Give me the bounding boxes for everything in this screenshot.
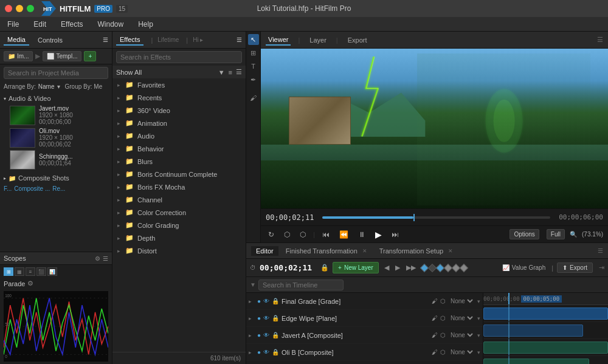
track-2-blend-select[interactable]: None <box>448 314 475 322</box>
track-3-record-icon[interactable]: ● <box>257 332 261 338</box>
tab-transformation-setup[interactable]: Transformation Setup ✕ <box>375 246 458 256</box>
track-clip-1[interactable] <box>483 307 608 320</box>
track-1-lock-icon[interactable]: 🔒 <box>272 298 279 304</box>
playhead-handle[interactable] <box>413 214 415 221</box>
track-1-record-icon[interactable]: ● <box>257 298 261 304</box>
track-clip-4[interactable] <box>483 359 589 364</box>
traffic-lights[interactable] <box>5 5 34 12</box>
track-4-lock-icon[interactable]: 🔒 <box>272 349 279 355</box>
scopes-menu-icon[interactable]: ☰ <box>103 255 108 262</box>
tab-media[interactable]: Media <box>4 35 29 46</box>
effect-item-favorites[interactable]: ▸ 📁 Favorites <box>112 78 246 91</box>
out-point-icon[interactable]: ⬡ <box>297 229 308 240</box>
effect-item-blurs[interactable]: ▸ 📁 Blurs <box>112 155 246 168</box>
track-4-expand-icon[interactable]: ▸ <box>249 349 255 355</box>
bottom-composite[interactable]: Composite ... <box>14 185 50 192</box>
effects-search-input[interactable] <box>116 51 242 63</box>
track-1-dropdown-icon[interactable]: ▾ <box>477 298 480 304</box>
in-point-icon[interactable]: ⬡ <box>282 229 292 240</box>
close-finished-transformation[interactable]: ✕ <box>362 248 367 254</box>
nav-back-icon[interactable]: ◀ <box>382 263 391 272</box>
transform-tool-icon[interactable]: ⊞ <box>248 47 259 58</box>
menu-help[interactable]: Help <box>136 19 156 30</box>
track-3-blend-select[interactable]: None <box>448 331 475 339</box>
options-button[interactable]: Options <box>510 229 539 239</box>
tab-viewer[interactable]: Viewer <box>266 35 291 46</box>
track-clip-3[interactable] <box>483 342 608 354</box>
media-item-javert[interactable]: Javert.mov 1920 × 1080 00;00;06;00 <box>0 104 112 126</box>
value-graph-button[interactable]: 📈 Value Graph <box>502 264 545 271</box>
tab-editor[interactable]: Editor <box>251 246 278 256</box>
track-4-dropdown-icon[interactable]: ▾ <box>477 349 480 355</box>
timeline-search-input[interactable] <box>258 280 344 290</box>
arrange-dropdown-icon[interactable]: ▾ <box>57 83 60 90</box>
play-pause-icon[interactable]: ⏸ <box>356 229 368 240</box>
track-2-record-icon[interactable]: ● <box>257 315 261 321</box>
loop-icon[interactable]: ↻ <box>266 229 277 240</box>
text-tool-icon[interactable]: T <box>248 61 259 72</box>
tab-finished-transformation[interactable]: Finished Transformation ✕ <box>281 246 372 256</box>
tab-controls[interactable]: Controls <box>34 35 66 45</box>
audio-video-section[interactable]: ▾ Audio & Video <box>0 93 112 104</box>
tab-effects[interactable]: Effects <box>116 35 143 46</box>
scopes-settings-icon[interactable]: ⚙ <box>95 255 100 262</box>
nav-forward-icon[interactable]: ▶ <box>393 263 402 272</box>
tab-export[interactable]: Export <box>345 35 370 45</box>
parade-settings-icon[interactable]: ⚙ <box>27 280 33 287</box>
track-clip-2[interactable] <box>483 325 583 337</box>
zoom-search-icon[interactable]: 🔍 <box>570 231 577 238</box>
track-4-visibility-icon[interactable]: 👁 <box>263 349 269 355</box>
effects-panel-menu-icon[interactable]: ☰ <box>237 36 242 43</box>
effect-item-depth[interactable]: ▸ 📁 Depth <box>112 232 246 244</box>
track-1-blend-select[interactable]: None <box>448 297 475 305</box>
play-icon[interactable]: ▶ <box>373 228 384 241</box>
track-2-expand-icon[interactable]: ▸ <box>249 315 255 321</box>
import-button[interactable]: 📁 Im... <box>4 51 33 61</box>
effects-list-button[interactable]: ☰ <box>236 68 242 76</box>
track-2-visibility-icon[interactable]: 👁 <box>263 315 269 321</box>
media-item-schin[interactable]: Schinnggg... 00;00;01;64 <box>0 149 112 171</box>
timeline-panel-menu-icon[interactable]: ☰ <box>598 247 603 254</box>
go-to-end-icon[interactable]: ⏭ <box>389 229 401 240</box>
viewer-panel-menu-icon[interactable]: ☰ <box>597 36 603 44</box>
track-3-paint-icon[interactable]: 🖌 <box>432 332 438 338</box>
pen-tool-icon[interactable]: ✒ <box>248 74 259 85</box>
scope-btn-list[interactable]: ≡ <box>26 267 35 276</box>
track-3-expand-icon[interactable]: ▸ <box>249 332 255 338</box>
bottom-re[interactable]: Re... <box>52 185 65 192</box>
maximize-button[interactable] <box>27 5 34 12</box>
new-layer-button[interactable]: + New Layer <box>333 262 379 273</box>
select-tool-icon[interactable]: ↖ <box>248 34 259 45</box>
effect-item-color-correction[interactable]: ▸ 📁 Color Correction <box>112 206 246 219</box>
track-2-lock-icon[interactable]: 🔒 <box>272 315 279 321</box>
add-media-button[interactable]: + <box>84 51 96 61</box>
track-1-visibility-icon[interactable]: 👁 <box>263 298 269 304</box>
menu-effects[interactable]: Effects <box>58 19 85 30</box>
minimize-button[interactable] <box>16 5 23 12</box>
scope-btn-columns[interactable]: ▦ <box>15 267 24 276</box>
effect-item-audio[interactable]: ▸ 📁 Audio <box>112 129 246 142</box>
export-button[interactable]: ⬆ Export <box>557 263 593 273</box>
project-search-input[interactable] <box>4 67 108 79</box>
track-4-blend-select[interactable]: None <box>448 348 475 356</box>
track-3-dropdown-icon[interactable]: ▾ <box>477 332 480 338</box>
keyframe-diamond-3[interactable] <box>460 263 468 272</box>
track-4-paint-icon[interactable]: 🖌 <box>432 349 438 355</box>
scope-btn-bars[interactable]: ⬛ <box>36 267 46 276</box>
template-button[interactable]: ⬜ Templ... <box>43 51 81 61</box>
scope-btn-grid[interactable]: ⊞ <box>4 267 13 276</box>
effects-filter-button[interactable]: ▼ <box>218 68 225 76</box>
panel-menu-icon[interactable]: ☰ <box>103 36 108 43</box>
effect-item-360[interactable]: ▸ 📁 360° Video <box>112 104 246 117</box>
track-1-paint-icon[interactable]: 🖌 <box>432 298 438 304</box>
scope-btn-chart[interactable]: 📊 <box>47 267 57 276</box>
effect-item-distort[interactable]: ▸ 📁 Distort <box>112 244 246 257</box>
bottom-f[interactable]: F... <box>4 185 12 192</box>
close-transformation-setup[interactable]: ✕ <box>448 248 453 254</box>
effect-item-behavior[interactable]: ▸ 📁 Behavior <box>112 142 246 155</box>
go-to-start-icon[interactable]: ⏮ <box>320 229 332 240</box>
effect-item-recents[interactable]: ▸ 📁 Recents <box>112 91 246 104</box>
effect-item-animation[interactable]: ▸ 📁 Animation <box>112 117 246 129</box>
track-2-paint-icon[interactable]: 🖌 <box>432 315 438 321</box>
track-2-dropdown-icon[interactable]: ▾ <box>477 315 480 321</box>
